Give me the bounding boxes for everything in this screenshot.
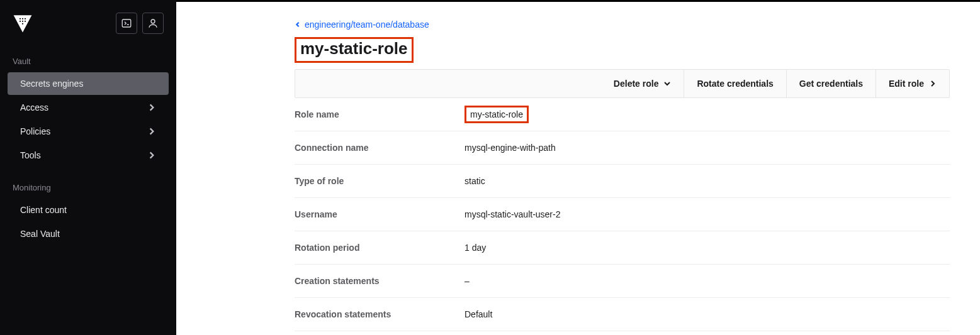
detail-value: Default — [465, 309, 492, 319]
detail-label: Rotation period — [295, 243, 465, 253]
detail-row: Connection namemysql-engine-with-path — [295, 131, 950, 165]
detail-value: – — [465, 276, 470, 286]
svg-point-2 — [25, 18, 26, 19]
user-icon[interactable] — [142, 13, 164, 34]
chevron-down-icon — [663, 80, 671, 87]
svg-point-6 — [22, 23, 23, 25]
sidebar-item-label: Tools — [20, 150, 41, 160]
detail-label: Type of role — [295, 176, 465, 186]
chevron-right-icon — [147, 151, 156, 160]
sidebar-item-secrets-engines[interactable]: Secrets engines — [8, 72, 169, 95]
detail-row: Revocation statementsDefault — [295, 298, 950, 331]
sidebar-item-label: Policies — [20, 126, 50, 136]
chevron-left-icon — [295, 21, 301, 28]
detail-row: Creation statements– — [295, 265, 950, 298]
details-list: Role namemy-static-roleConnection namemy… — [295, 98, 950, 331]
svg-point-4 — [22, 21, 23, 22]
sidebar: Vault Secrets enginesAccessPoliciesTools… — [0, 0, 176, 335]
page-title: my-static-role — [300, 39, 408, 58]
delete-role-button[interactable]: Delete role — [601, 70, 684, 97]
svg-point-3 — [20, 21, 21, 22]
detail-value: static — [465, 176, 485, 186]
chevron-right-icon — [929, 80, 937, 87]
svg-point-0 — [20, 18, 21, 19]
sidebar-item-label: Client count — [20, 205, 67, 215]
detail-row: Type of rolestatic — [295, 165, 950, 198]
sidebar-header — [0, 3, 176, 47]
sidebar-item-label: Seal Vault — [20, 229, 60, 239]
detail-row: Usernamemysql-static-vault-user-2 — [295, 198, 950, 231]
detail-value: my-static-role — [465, 109, 529, 119]
main-content: engineering/team-one/database my-static-… — [176, 0, 980, 335]
get-credentials-button[interactable]: Get credentials — [786, 70, 876, 97]
rotate-credentials-button[interactable]: Rotate credentials — [684, 70, 786, 97]
detail-row: Rotation period1 day — [295, 231, 950, 265]
detail-label: Revocation statements — [295, 309, 465, 319]
detail-value: 1 day — [465, 243, 486, 253]
detail-label: Role name — [295, 109, 465, 119]
breadcrumb-path: engineering/team-one/database — [305, 19, 429, 30]
edit-role-button[interactable]: Edit role — [876, 70, 949, 97]
sidebar-item-client-count[interactable]: Client count — [8, 199, 169, 221]
sidebar-item-tools[interactable]: Tools — [8, 144, 169, 167]
header-icons — [116, 13, 164, 34]
detail-label: Creation statements — [295, 276, 465, 286]
detail-label: Connection name — [295, 143, 465, 153]
svg-point-5 — [25, 21, 26, 22]
sidebar-item-access[interactable]: Access — [8, 96, 169, 119]
detail-row: Role namemy-static-role — [295, 98, 950, 131]
section-label-vault: Vault — [0, 52, 176, 71]
page-title-highlight: my-static-role — [295, 37, 414, 63]
value-highlight: my-static-role — [465, 106, 529, 123]
sidebar-item-policies[interactable]: Policies — [8, 120, 169, 143]
chevron-right-icon — [147, 103, 156, 112]
breadcrumb[interactable]: engineering/team-one/database — [295, 19, 950, 30]
sidebar-item-label: Access — [20, 102, 48, 113]
detail-value: mysql-engine-with-path — [465, 143, 556, 153]
detail-label: Username — [295, 209, 465, 219]
terminal-icon[interactable] — [116, 13, 137, 34]
detail-value: mysql-static-vault-user-2 — [465, 209, 560, 219]
sidebar-item-seal-vault[interactable]: Seal Vault — [8, 222, 169, 245]
vault-logo[interactable] — [13, 13, 33, 33]
svg-point-8 — [151, 19, 155, 23]
svg-point-1 — [22, 18, 23, 19]
toolbar: Delete role Rotate credentials Get crede… — [295, 69, 950, 98]
sidebar-item-label: Secrets engines — [20, 79, 83, 89]
chevron-right-icon — [147, 127, 156, 136]
section-label-monitoring: Monitoring — [0, 178, 176, 197]
